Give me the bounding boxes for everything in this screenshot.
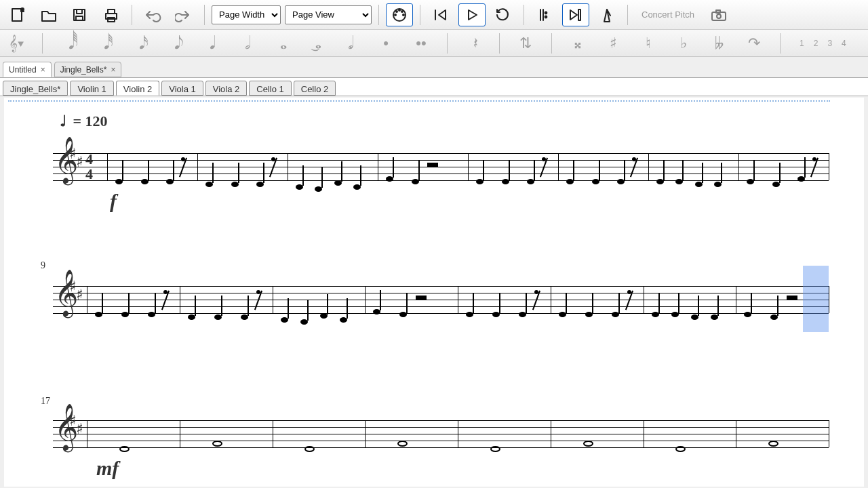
voice-4[interactable]: 4 — [842, 39, 846, 48]
note-1-icon[interactable]: 𝅝 — [268, 33, 292, 54]
undo-button[interactable] — [139, 3, 166, 26]
part-tab-cello2[interactable]: Cello 2 — [294, 81, 336, 96]
tie-icon[interactable]: 𝅝͜𝅝 — [303, 35, 328, 52]
separator — [780, 33, 781, 54]
staff-1: 𝄞♯♯44 — [53, 153, 829, 180]
measure-number-3: 17 — [41, 396, 50, 407]
note-8-icon[interactable]: 𝅘𝅥𝅮 — [162, 33, 186, 54]
note-2-icon[interactable]: 𝅗𝅥 — [233, 33, 257, 54]
svg-point-1 — [21, 8, 24, 11]
note-toolbar: 𝄞▾ 𝅘𝅥𝅱 𝅘𝅥𝅰 𝅘𝅥𝅯 𝅘𝅥𝅮 𝅘𝅥 𝅗𝅥 𝅝 𝅝͜𝅝 𝅗𝅥. • •• … — [0, 30, 868, 57]
svg-point-9 — [395, 14, 396, 16]
note-4-icon[interactable]: 𝅘𝅥 — [197, 33, 222, 54]
svg-point-15 — [545, 16, 547, 18]
svg-rect-16 — [578, 9, 580, 20]
main-toolbar: Page Width Page View Concert Pitch — [0, 0, 868, 30]
svg-point-10 — [403, 14, 404, 16]
svg-point-11 — [396, 11, 397, 12]
snapshot-button[interactable] — [705, 3, 732, 26]
play-button[interactable] — [458, 3, 486, 26]
dynamic-f: f — [110, 190, 117, 213]
selection-highlight — [803, 266, 829, 332]
print-button[interactable] — [98, 3, 125, 26]
separator — [551, 33, 552, 54]
staff-2: 𝄞♯♯ — [53, 286, 829, 313]
separator — [627, 5, 628, 25]
separator — [499, 33, 500, 54]
redo-button[interactable] — [170, 3, 197, 26]
part-tab-violin1[interactable]: Violin 1 — [70, 81, 113, 96]
dblsharp-icon[interactable]: 𝄪 — [566, 35, 590, 52]
svg-point-13 — [399, 9, 400, 11]
separator — [42, 33, 43, 54]
part-tab[interactable]: Jingle_Bells* — [3, 81, 68, 96]
separator — [378, 5, 379, 25]
doc-tab-label: Untitled — [9, 65, 37, 75]
svg-point-14 — [545, 12, 547, 14]
natural-icon[interactable]: ♮ — [636, 35, 660, 52]
svg-rect-6 — [108, 9, 115, 14]
ddot-icon[interactable]: •• — [409, 35, 433, 52]
repeat-out-button[interactable] — [562, 3, 589, 26]
voice-1[interactable]: 1 — [800, 39, 804, 48]
voice-2[interactable]: 2 — [814, 39, 818, 48]
save-button[interactable] — [66, 3, 94, 26]
svg-point-18 — [717, 14, 721, 18]
close-icon[interactable]: × — [111, 65, 115, 75]
part-tab-viola2[interactable]: Viola 2 — [205, 81, 248, 96]
dot-icon[interactable]: • — [374, 35, 398, 52]
score-canvas[interactable]: = 120 𝄞♯♯44 f 9 𝄞♯♯ 17 𝄞♯♯ mf — [4, 98, 864, 487]
flat-icon[interactable]: ♭ — [671, 35, 696, 52]
measure-number-2: 9 — [41, 260, 45, 271]
document-tabs: Untitled × Jingle_Bells* × — [0, 57, 868, 77]
separator — [447, 33, 448, 54]
rewind-button[interactable] — [427, 3, 454, 26]
page-divider — [8, 100, 830, 102]
staff-3: 𝄞♯♯ — [53, 420, 829, 447]
svg-rect-4 — [76, 16, 83, 20]
loop-button[interactable] — [490, 3, 517, 26]
voice-buttons: 1 2 3 4 — [800, 39, 846, 48]
sharp-icon[interactable]: ♯ — [601, 35, 625, 52]
concert-pitch-button[interactable]: Concert Pitch — [635, 9, 701, 20]
separator — [420, 5, 420, 25]
svg-rect-0 — [12, 9, 22, 21]
doc-tab-label: Jingle_Bells* — [60, 65, 107, 75]
doc-tab-untitled[interactable]: Untitled × — [3, 62, 52, 77]
svg-point-12 — [401, 11, 403, 12]
rest-icon[interactable]: 𝄽 — [461, 35, 486, 52]
repeat-in-button[interactable] — [531, 3, 558, 26]
view-select[interactable]: Page View — [285, 5, 372, 24]
swap-icon[interactable]: ⇅ — [513, 35, 538, 52]
voice-3[interactable]: 3 — [827, 39, 832, 48]
part-tabs: Jingle_Bells* Violin 1 Violin 2 Viola 1 … — [0, 77, 868, 96]
note-16-icon[interactable]: 𝅘𝅥𝅯 — [127, 33, 151, 54]
doc-tab-jingle[interactable]: Jingle_Bells* × — [54, 62, 122, 77]
metronome-button[interactable] — [593, 3, 620, 26]
close-icon[interactable]: × — [41, 65, 45, 75]
note-64-icon[interactable]: 𝅘𝅥𝅱 — [56, 33, 81, 54]
part-tab-violin2[interactable]: Violin 2 — [116, 81, 159, 96]
quarter-icon — [60, 113, 69, 129]
separator — [204, 5, 205, 25]
part-tab-cello1[interactable]: Cello 1 — [249, 81, 291, 96]
dotted-half-icon[interactable]: 𝅗𝅥. — [338, 33, 363, 54]
svg-rect-3 — [77, 9, 82, 14]
zoom-select[interactable]: Page Width — [212, 5, 281, 24]
noteinput-icon[interactable]: 𝄞▾ — [4, 35, 28, 52]
grace-icon[interactable]: ↷ — [742, 35, 766, 52]
separator — [132, 5, 132, 25]
dblflat-icon[interactable]: 𝄫 — [707, 35, 731, 52]
open-button[interactable] — [35, 3, 62, 26]
tempo-marking: = 120 — [60, 113, 108, 130]
dynamic-mf: mf — [96, 457, 119, 480]
note-32-icon[interactable]: 𝅘𝅥𝅰 — [92, 33, 116, 54]
separator — [524, 5, 524, 25]
new-button[interactable] — [4, 3, 31, 26]
midi-input-button[interactable] — [386, 3, 413, 26]
part-tab-viola1[interactable]: Viola 1 — [161, 81, 203, 96]
